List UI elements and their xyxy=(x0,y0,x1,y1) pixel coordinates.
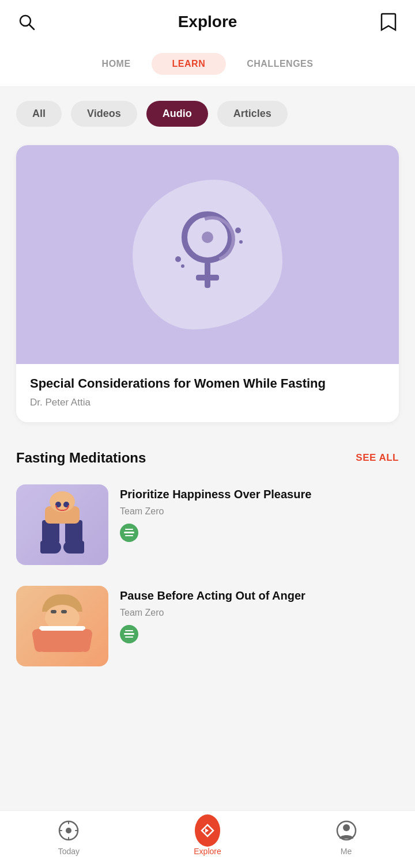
explore-button[interactable] xyxy=(195,814,220,847)
featured-card[interactable]: Special Considerations for Women While F… xyxy=(16,145,399,422)
filter-articles[interactable]: Articles xyxy=(217,101,288,127)
venus-blob-decoration xyxy=(133,180,282,329)
tab-home[interactable]: HOME xyxy=(81,53,152,75)
list-author-anger: Team Zero xyxy=(120,608,399,618)
list-badge-anger xyxy=(120,625,138,643)
happiness-illustration xyxy=(39,496,85,554)
list-badge-happiness xyxy=(120,524,138,542)
bookmark-icon[interactable] xyxy=(378,12,399,32)
list-title-anger: Pause Before Acting Out of Anger xyxy=(120,588,399,603)
filter-all[interactable]: All xyxy=(16,101,62,127)
nav-item-explore[interactable]: Explore xyxy=(194,818,221,856)
section-header: Fasting Meditations SEE ALL xyxy=(0,431,415,477)
nav-label-explore: Explore xyxy=(194,847,221,856)
filter-audio[interactable]: Audio xyxy=(146,101,208,127)
nav-label-today: Today xyxy=(58,847,80,856)
tab-challenges[interactable]: CHALLENGES xyxy=(226,53,334,75)
nav-tabs: HOME LEARN CHALLENGES xyxy=(0,44,415,87)
see-all-button[interactable]: SEE ALL xyxy=(356,452,399,464)
tab-learn[interactable]: LEARN xyxy=(152,53,227,75)
page-title: Explore xyxy=(178,13,237,31)
header: Explore xyxy=(0,0,415,44)
anger-illustration xyxy=(33,594,91,658)
featured-info: Special Considerations for Women While F… xyxy=(16,364,399,422)
search-icon[interactable] xyxy=(16,12,37,32)
list-title-happiness: Prioritize Happiness Over Pleasure xyxy=(120,487,399,502)
list-content-anger: Pause Before Acting Out of Anger Team Ze… xyxy=(120,586,399,643)
list-author-happiness: Team Zero xyxy=(120,506,399,517)
list-content-happiness: Prioritize Happiness Over Pleasure Team … xyxy=(120,484,399,542)
featured-image xyxy=(16,145,399,364)
list-item[interactable]: Pause Before Acting Out of Anger Team Ze… xyxy=(0,579,415,680)
svg-line-1 xyxy=(29,25,34,29)
nav-label-me: Me xyxy=(341,847,352,856)
venus-symbol-icon xyxy=(173,211,242,298)
nav-item-today[interactable]: Today xyxy=(56,818,81,856)
explore-icon xyxy=(195,818,220,843)
list-thumb-anger xyxy=(16,586,108,666)
list-thumb-happiness xyxy=(16,484,108,565)
featured-title: Special Considerations for Women While F… xyxy=(30,376,385,392)
featured-author: Dr. Peter Attia xyxy=(30,397,385,408)
badge-lines xyxy=(124,630,134,638)
filter-row: All Videos Audio Articles xyxy=(0,87,415,136)
bottom-nav: Today Explore Me xyxy=(0,810,415,868)
svg-point-3 xyxy=(66,828,71,833)
nav-item-me[interactable]: Me xyxy=(334,818,359,856)
badge-lines xyxy=(124,529,134,537)
svg-point-9 xyxy=(343,824,350,831)
section-title: Fasting Meditations xyxy=(16,450,146,466)
filter-videos[interactable]: Videos xyxy=(71,101,137,127)
today-icon xyxy=(56,818,81,843)
me-icon xyxy=(334,818,359,843)
list-item[interactable]: Prioritize Happiness Over Pleasure Team … xyxy=(0,477,415,579)
